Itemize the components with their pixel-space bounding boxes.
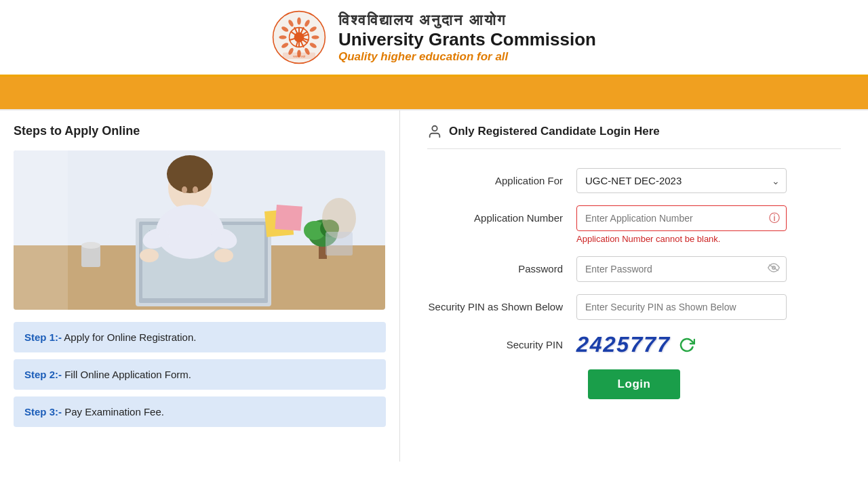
application-number-label: Application Number xyxy=(427,205,576,224)
login-btn-row: Login xyxy=(427,369,841,399)
svg-point-15 xyxy=(297,17,301,24)
application-number-field: ⓘ Application Number cannot be blank. xyxy=(576,205,841,244)
eye-icon[interactable] xyxy=(768,263,780,275)
security-pin-input-field xyxy=(576,294,841,320)
application-number-input-wrapper: ⓘ xyxy=(576,205,787,231)
password-input-wrapper xyxy=(576,256,787,282)
security-pin-input-row: Security PIN as Shown Below xyxy=(427,294,841,320)
security-pin-label: Security PIN xyxy=(427,332,576,350)
logo-tagline-text: Quality higher education for all xyxy=(338,50,596,64)
svg-point-44 xyxy=(193,186,198,193)
svg-point-40 xyxy=(140,249,159,262)
svg-rect-55 xyxy=(14,150,68,310)
password-field xyxy=(576,256,841,282)
error-icon: ⓘ xyxy=(769,211,780,226)
password-label: Password xyxy=(427,256,576,274)
svg-point-42 xyxy=(167,155,213,193)
page-header: सत्यमेव जयते विश्वविद्यालय अनुदान आयोग U… xyxy=(0,0,868,77)
step-3-text: Pay Examination Fee. xyxy=(62,406,164,418)
svg-point-52 xyxy=(81,242,100,249)
security-pin-input-label: Security PIN as Shown Below xyxy=(427,294,576,312)
logo-hindi-text: विश्वविद्यालय अनुदान आयोग xyxy=(338,12,596,29)
svg-text:सत्यमेव जयते: सत्यमेव जयते xyxy=(292,55,306,58)
step-1-bold: Step 1:- xyxy=(24,331,62,343)
svg-point-41 xyxy=(214,249,233,262)
svg-rect-54 xyxy=(326,232,353,256)
application-for-field: UGC-NET DEC-2023 ⌄ xyxy=(576,168,841,193)
right-panel: Only Registered Candidate Login Here App… xyxy=(400,110,868,462)
orange-banner xyxy=(0,77,868,109)
user-icon xyxy=(427,124,442,139)
security-pin-row: Security PIN 2425777 xyxy=(427,332,841,357)
step-3-bold: Step 3:- xyxy=(24,406,62,418)
svg-rect-46 xyxy=(275,205,302,231)
password-input[interactable] xyxy=(576,256,787,282)
logo-english-text: University Grants Commission xyxy=(338,29,596,50)
application-for-label: Application For xyxy=(427,168,576,186)
refresh-icon[interactable] xyxy=(679,337,695,353)
security-pin-display-field: 2425777 xyxy=(576,332,841,357)
application-for-select-wrapper: UGC-NET DEC-2023 ⌄ xyxy=(576,168,787,193)
application-number-input[interactable] xyxy=(576,205,787,231)
svg-line-58 xyxy=(769,265,778,271)
application-number-row: Application Number ⓘ Application Number … xyxy=(427,205,841,244)
svg-point-24 xyxy=(279,35,286,39)
step-1-item: Step 1:- Apply for Online Registration. xyxy=(14,322,386,352)
left-panel: Steps to Apply Online xyxy=(0,110,400,462)
svg-point-18 xyxy=(311,35,319,39)
security-pin-input-wrapper xyxy=(576,294,787,320)
step-3-item: Step 3:- Pay Examination Fee. xyxy=(14,396,386,427)
steps-image xyxy=(14,150,385,310)
application-number-error: Application Number cannot be blank. xyxy=(576,234,841,244)
login-header: Only Registered Candidate Login Here xyxy=(427,124,841,149)
step-1-text: Apply for Online Registration. xyxy=(62,331,196,343)
security-pin-display: 2425777 xyxy=(576,332,841,357)
logo-area: सत्यमेव जयते विश्वविद्यालय अनुदान आयोग U… xyxy=(272,10,596,64)
login-title: Only Registered Candidate Login Here xyxy=(449,125,660,138)
application-for-select[interactable]: UGC-NET DEC-2023 xyxy=(576,168,787,193)
application-for-row: Application For UGC-NET DEC-2023 ⌄ xyxy=(427,168,841,193)
step-2-text: Fill Online Application Form. xyxy=(62,369,191,380)
security-pin-value: 2425777 xyxy=(576,332,671,357)
logo-text: विश्वविद्यालय अनुदान आयोग University Gra… xyxy=(338,12,596,64)
step-2-item: Step 2:- Fill Online Application Form. xyxy=(14,359,386,390)
password-row: Password xyxy=(427,256,841,282)
step-2-bold: Step 2:- xyxy=(24,369,62,380)
ugc-emblem-icon: सत्यमेव जयते xyxy=(272,10,326,64)
svg-point-56 xyxy=(432,126,437,131)
steps-title: Steps to Apply Online xyxy=(14,124,386,138)
login-button[interactable]: Login xyxy=(588,369,681,399)
main-content: Steps to Apply Online xyxy=(0,109,868,462)
svg-point-43 xyxy=(182,186,187,193)
security-pin-input[interactable] xyxy=(576,294,787,320)
